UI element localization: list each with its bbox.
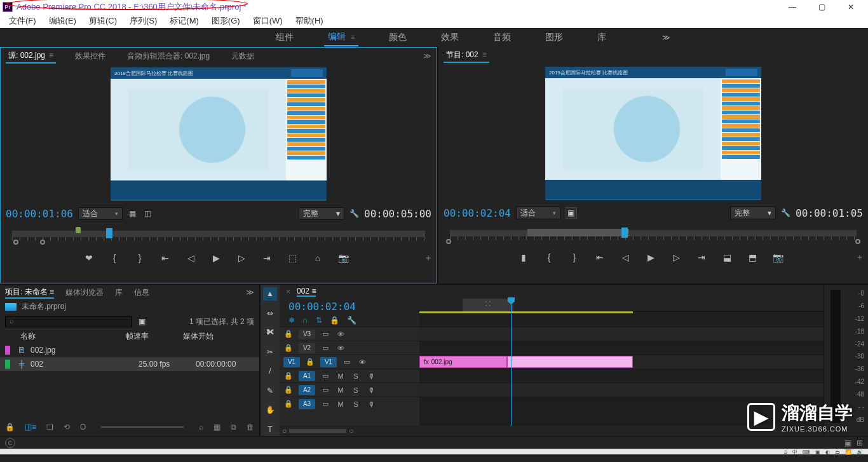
- goto-out-icon[interactable]: ⇥: [695, 252, 708, 262]
- linked-sel-icon[interactable]: ∩: [302, 316, 308, 325]
- label-chip[interactable]: [5, 346, 10, 355]
- track-area[interactable]: fx002.jpg: [419, 327, 824, 426]
- lock-icon[interactable]: 🔒: [283, 344, 294, 352]
- program-scrubber[interactable]: [445, 225, 862, 244]
- tl-zoom-bar[interactable]: [289, 429, 346, 433]
- zoom-slider[interactable]: [101, 426, 184, 428]
- marker-icon[interactable]: ❤: [83, 253, 95, 263]
- ws-effects[interactable]: 效果: [437, 29, 463, 46]
- track-row-a1[interactable]: [419, 369, 824, 383]
- solo-icon[interactable]: S: [351, 386, 361, 394]
- pen-tool-icon[interactable]: ✎: [263, 384, 277, 398]
- timeline-playhead[interactable]: [511, 299, 512, 327]
- eye-icon[interactable]: 👁: [336, 344, 346, 352]
- play-icon[interactable]: ▶: [644, 252, 657, 262]
- menu-sequence[interactable]: 序列(S): [123, 14, 163, 28]
- zoom-handle-left[interactable]: [13, 240, 18, 245]
- track-a1-label[interactable]: A1: [299, 371, 315, 381]
- track-row-a2[interactable]: [419, 383, 824, 397]
- type-tool-icon[interactable]: T: [263, 423, 277, 437]
- program-monitor[interactable]: 2019合肥国际马拉松赛 比赛线路图: [438, 64, 868, 203]
- menu-help[interactable]: 帮助(H): [289, 14, 330, 28]
- col-mediastart[interactable]: 媒体开始: [183, 331, 254, 342]
- step-fwd-icon[interactable]: ▷: [235, 253, 248, 263]
- source-tc-in[interactable]: 00:00:01:06: [6, 208, 73, 220]
- track-a2-label[interactable]: A2: [299, 385, 315, 395]
- menu-clip[interactable]: 剪辑(C): [83, 14, 123, 28]
- menu-window[interactable]: 窗口(W): [247, 14, 289, 28]
- overlay-icon[interactable]: ◫: [143, 209, 153, 218]
- button-editor-icon[interactable]: ＋: [855, 252, 868, 263]
- ws-audio[interactable]: 音频: [489, 29, 515, 46]
- selection-tool-icon[interactable]: ▲: [263, 287, 277, 301]
- eye-icon[interactable]: 👁: [336, 330, 346, 338]
- tab-menu-icon[interactable]: ≡: [482, 50, 487, 59]
- menu-file[interactable]: 文件(F): [3, 14, 43, 28]
- tabs-overflow-icon[interactable]: ≫: [423, 51, 431, 60]
- lift-icon[interactable]: ⬓: [721, 252, 733, 262]
- in-marker[interactable]: [76, 227, 81, 233]
- export-frame-icon[interactable]: 📷: [337, 253, 349, 263]
- tl-zoom-handle-left[interactable]: ○: [282, 426, 287, 435]
- tray-wifi-icon[interactable]: 📶: [845, 449, 851, 455]
- tray-vol-icon[interactable]: 🔊: [857, 449, 863, 455]
- clip-v1-a[interactable]: fx002.jpg: [419, 356, 507, 368]
- work-area[interactable]: [527, 229, 629, 236]
- program-tc-in[interactable]: 00:00:02:04: [444, 207, 511, 219]
- marker-view-icon[interactable]: ⇅: [316, 316, 322, 325]
- icon-view-icon[interactable]: ❏: [46, 423, 53, 431]
- ws-color[interactable]: 颜色: [385, 29, 410, 46]
- eye-icon[interactable]: 👁: [357, 358, 367, 366]
- step-back-icon[interactable]: ◁: [619, 252, 632, 262]
- lock-icon[interactable]: 🔒: [305, 358, 315, 366]
- mute-icon[interactable]: M: [336, 400, 346, 408]
- slip-tool-icon[interactable]: /: [263, 365, 277, 378]
- track-a3-label[interactable]: A3: [299, 399, 315, 409]
- tab-source[interactable]: 源: 002.jpg≡: [6, 49, 56, 64]
- track-v3-label[interactable]: V3: [299, 329, 315, 339]
- playhead-handle[interactable]: [106, 228, 112, 238]
- zoom-handle-right[interactable]: [40, 240, 45, 245]
- tab-program[interactable]: 节目: 002≡: [444, 48, 489, 63]
- button-editor-icon[interactable]: ＋: [424, 252, 437, 264]
- tray-ime-icon[interactable]: S: [784, 449, 787, 455]
- tl-wrench-icon[interactable]: 🔧: [347, 316, 356, 325]
- ws-graphics[interactable]: 图形: [541, 29, 567, 46]
- record-icon[interactable]: 🎙: [366, 386, 376, 394]
- tl-settings-icon[interactable]: 🔒: [330, 316, 339, 325]
- play-icon[interactable]: ▶: [210, 253, 222, 263]
- marker-icon[interactable]: ▮: [517, 252, 530, 262]
- record-icon[interactable]: 🎙: [366, 372, 376, 380]
- sync-icon[interactable]: ▭: [320, 372, 330, 380]
- menu-graphics[interactable]: 图形(G): [205, 14, 247, 28]
- col-framerate[interactable]: 帧速率: [126, 331, 183, 342]
- step-fwd-icon[interactable]: ▷: [670, 252, 682, 262]
- sequence-tab[interactable]: 002 ≡: [297, 287, 316, 297]
- notification-icon[interactable]: ⊞: [857, 438, 863, 447]
- trash-icon[interactable]: 🗑: [247, 423, 254, 431]
- new-item-icon[interactable]: ⧉: [231, 423, 236, 431]
- track-select-tool-icon[interactable]: ⇔: [263, 307, 277, 320]
- sync-icon[interactable]: ▭: [320, 344, 330, 352]
- mute-icon[interactable]: M: [336, 372, 346, 380]
- find-icon[interactable]: ⌕: [199, 423, 203, 431]
- bin-icon[interactable]: ▣: [139, 317, 146, 326]
- list-view-icon[interactable]: ◫≡: [25, 423, 36, 431]
- solo-icon[interactable]: S: [351, 372, 361, 380]
- lock-icon[interactable]: 🔒: [283, 400, 294, 408]
- menu-marker[interactable]: 标记(M): [163, 14, 205, 28]
- col-name[interactable]: 名称: [5, 331, 126, 342]
- mark-in-icon[interactable]: {: [108, 253, 121, 263]
- work-area-bar[interactable]: ⸬: [463, 299, 513, 311]
- mute-icon[interactable]: M: [336, 386, 346, 394]
- ws-menu-icon[interactable]: ≡: [351, 33, 355, 41]
- clip-v1-b[interactable]: [507, 356, 633, 368]
- step-back-icon[interactable]: ◁: [184, 253, 197, 263]
- insert-icon[interactable]: ⬚: [286, 253, 299, 263]
- close-button[interactable]: ✕: [836, 0, 865, 14]
- src-v1-patch[interactable]: V1: [283, 357, 300, 367]
- tab-metadata[interactable]: 元数据: [229, 50, 257, 63]
- cloud-sync-icon[interactable]: ▣: [844, 438, 851, 447]
- zoom-handle-left[interactable]: [446, 239, 451, 244]
- timeline-playhead-line[interactable]: [511, 327, 512, 426]
